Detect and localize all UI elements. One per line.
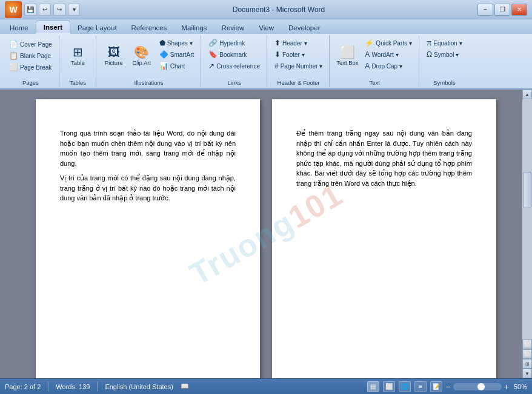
redo-button[interactable]: ↪ xyxy=(53,4,65,16)
scroll-down-button[interactable]: ▼ xyxy=(522,369,532,378)
text-label: Text xyxy=(334,79,415,86)
scroll-extra-1[interactable]: ⬜ xyxy=(522,340,532,349)
undo-button[interactable]: ↩ xyxy=(39,4,51,16)
page-number-button[interactable]: # Page Number ▾ xyxy=(271,61,325,71)
close-button[interactable]: ✕ xyxy=(511,4,527,16)
cross-reference-icon: ↗ xyxy=(208,62,214,70)
page2-paragraph1: Để thêm trang trắng ngay sau nội dung vă… xyxy=(296,128,472,188)
zoom-out-button[interactable]: − xyxy=(446,382,451,392)
group-pages: 📄 Cover Page 📋 Blank Page ⬜ Page Break P… xyxy=(2,35,59,87)
tables-label: Tables xyxy=(64,79,92,86)
hyperlink-button[interactable]: 🔗 Hyperlink xyxy=(205,38,263,48)
scroll-extra-3[interactable]: ⊞ xyxy=(522,359,532,369)
quickparts-icon: ⚡ xyxy=(365,39,374,47)
draft-button[interactable]: 📝 xyxy=(430,381,442,392)
ribbon-tabs: Home Insert Page Layout References Maili… xyxy=(0,19,532,34)
hyperlink-icon: 🔗 xyxy=(208,39,218,47)
bookmark-button[interactable]: 🔖 Bookmark xyxy=(205,49,263,60)
footer-icon: ⬇ xyxy=(274,50,281,59)
cover-page-button[interactable]: 📄 Cover Page xyxy=(6,39,55,50)
header-button[interactable]: ⬆ Header ▾ xyxy=(271,38,325,48)
outline-button[interactable]: ≡ xyxy=(414,381,427,392)
group-text: ⬜ Text Box ⚡ Quick Parts ▾ A WordArt ▾ xyxy=(330,35,419,87)
table-button[interactable]: ⊞ Table xyxy=(64,38,91,74)
chart-button[interactable]: 📊 Chart xyxy=(156,61,197,71)
picture-button[interactable]: 🖼 Picture xyxy=(101,38,127,74)
window-title: Document3 - Microsoft Word xyxy=(80,5,477,14)
print-layout-button[interactable]: ▤ xyxy=(367,381,379,392)
titlebar: W 💾 ↩ ↪ ▾ Document3 - Microsoft Word − ❐… xyxy=(0,0,532,19)
equation-button[interactable]: π Equation ▾ xyxy=(424,38,465,48)
dropcap-icon: A xyxy=(365,62,370,70)
cross-reference-button[interactable]: ↗ Cross-reference xyxy=(205,61,263,71)
office-button[interactable]: W xyxy=(5,1,22,18)
status-separator-1 xyxy=(48,382,48,392)
ribbon-content: 📄 Cover Page 📋 Blank Page ⬜ Page Break P… xyxy=(0,34,532,88)
scroll-up-button[interactable]: ▲ xyxy=(522,90,532,99)
wordart-button[interactable]: A WordArt ▾ xyxy=(362,49,415,60)
document-scroll: Trong quá trình soạn thảo tài liệu Word,… xyxy=(0,90,532,378)
tab-developer[interactable]: Developer xyxy=(281,21,327,34)
minimize-button[interactable]: − xyxy=(477,4,493,16)
illustrations-col: ⬟ Shapes ▾ 🔷 SmartArt 📊 Chart xyxy=(156,38,197,71)
page-1: Trong quá trình soạn thảo tài liệu Word,… xyxy=(36,99,260,378)
scroll-extra-2[interactable]: ⬜ xyxy=(522,349,532,359)
tab-review[interactable]: Review xyxy=(214,21,252,34)
blank-page-icon: 📋 xyxy=(9,51,18,60)
page-break-button[interactable]: ⬜ Page Break xyxy=(6,62,55,73)
group-tables: ⊞ Table Tables xyxy=(60,35,96,87)
page1-paragraph2: Vị trí của trang mới có thể đặng sau nội… xyxy=(60,173,236,203)
tab-pagelayout[interactable]: Page Layout xyxy=(70,21,124,34)
tab-references[interactable]: References xyxy=(124,21,175,34)
tab-insert[interactable]: Insert xyxy=(36,21,70,34)
page1-paragraph1: Trong quá trình soạn thảo tài liệu Word,… xyxy=(60,128,236,168)
links-label: Links xyxy=(205,79,263,86)
proofing-icon: 📖 xyxy=(181,383,189,390)
save-button[interactable]: 💾 xyxy=(24,4,36,16)
vertical-scrollbar[interactable]: ▲ ⬜ ⬜ ⊞ ▼ xyxy=(522,90,532,378)
tables-buttons: ⊞ Table xyxy=(64,36,91,78)
header-footer-label: Header & Footer xyxy=(271,79,325,86)
symbol-button[interactable]: Ω Symbol ▾ xyxy=(424,49,465,60)
scroll-thumb[interactable] xyxy=(523,172,531,208)
restore-button[interactable]: ❐ xyxy=(494,4,510,16)
ribbon: Home Insert Page Layout References Maili… xyxy=(0,19,532,90)
picture-icon: 🖼 xyxy=(108,46,120,58)
footer-button[interactable]: ⬇ Footer ▾ xyxy=(271,49,325,60)
zoom-level: 50% xyxy=(514,383,527,390)
document-area: Trong quá trình soạn thảo tài liệu Word,… xyxy=(0,90,532,378)
cover-page-icon: 📄 xyxy=(9,40,18,48)
status-separator-2 xyxy=(97,382,98,392)
full-reading-button[interactable]: ⬜ xyxy=(383,381,395,392)
page-2: Để thêm trang trắng ngay sau nội dung vă… xyxy=(272,99,496,378)
hf-col: ⬆ Header ▾ ⬇ Footer ▾ # Page Number ▾ xyxy=(271,38,325,71)
tab-home[interactable]: Home xyxy=(2,21,36,34)
chart-icon: 📊 xyxy=(159,62,168,70)
tab-mailings[interactable]: Mailings xyxy=(174,21,214,34)
quickparts-button[interactable]: ⚡ Quick Parts ▾ xyxy=(362,38,415,48)
group-header-footer: ⬆ Header ▾ ⬇ Footer ▾ # Page Number ▾ xyxy=(268,35,330,87)
page-count: Page: 2 of 2 xyxy=(5,383,41,390)
shapes-button[interactable]: ⬟ Shapes ▾ xyxy=(156,38,197,48)
tab-view[interactable]: View xyxy=(251,21,281,34)
smartart-button[interactable]: 🔷 SmartArt xyxy=(156,49,197,60)
smartart-icon: 🔷 xyxy=(159,50,168,59)
zoom-in-button[interactable]: + xyxy=(504,382,509,392)
web-layout-button[interactable]: 🌐 xyxy=(399,381,411,392)
statusbar-right: ▤ ⬜ 🌐 ≡ 📝 − + 50% xyxy=(367,381,527,392)
illustrations-label: Illustrations xyxy=(101,79,197,86)
pages-label: Pages xyxy=(6,79,55,86)
clipart-button[interactable]: 🎨 Clip Art xyxy=(128,38,155,74)
textbox-button[interactable]: ⬜ Text Box xyxy=(334,38,361,74)
zoom-thumb xyxy=(477,383,485,390)
clipart-icon: 🎨 xyxy=(134,46,149,58)
zoom-slider[interactable] xyxy=(453,383,502,390)
blank-page-button[interactable]: 📋 Blank Page xyxy=(6,50,55,61)
text-buttons: ⬜ Text Box ⚡ Quick Parts ▾ A WordArt ▾ xyxy=(334,36,415,78)
links-col: 🔗 Hyperlink 🔖 Bookmark ↗ Cross-reference xyxy=(205,38,263,71)
group-illustrations: 🖼 Picture 🎨 Clip Art ⬟ Shapes ▾ 🔷 Smar xyxy=(97,35,201,87)
dropcap-button[interactable]: A Drop Cap ▾ xyxy=(362,61,415,71)
symbols-col: π Equation ▾ Ω Symbol ▾ xyxy=(424,38,465,60)
qat-dropdown[interactable]: ▾ xyxy=(68,4,80,16)
equation-icon: π xyxy=(427,39,431,47)
